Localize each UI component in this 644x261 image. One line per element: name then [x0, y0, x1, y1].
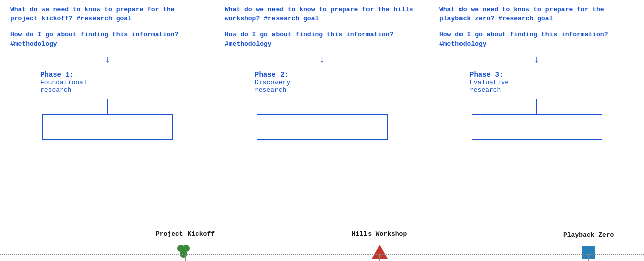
arrow-down-3: ↓	[439, 55, 634, 65]
milestone-project-kickoff: Project Kickoff	[156, 230, 215, 261]
vertical-line-2	[322, 99, 322, 114]
milestone-tick-1	[185, 254, 186, 261]
main-container: What do we need to know to prepare for t…	[0, 0, 644, 261]
column-2: What do we need to know to prepare for t…	[215, 0, 429, 221]
phase-box-3	[472, 114, 602, 140]
milestone-tick-3	[588, 254, 589, 261]
phase-label-1: Phase 1: Foundational research	[10, 71, 205, 94]
methodology-1: How do I go about finding this informati…	[10, 30, 205, 48]
research-goal-1: What do we need to know to prepare for t…	[10, 5, 205, 23]
phase-label-3: Phase 3: Evaluative research	[439, 71, 634, 94]
phase-box-wrapper-3	[472, 114, 602, 140]
methodology-3: How do I go about finding this informati…	[439, 30, 634, 48]
vertical-line-3	[536, 99, 537, 114]
phase-name-1: Foundational research	[40, 79, 205, 94]
arrow-down-2: ↓	[225, 55, 419, 65]
milestone-tick-2	[379, 254, 380, 261]
phase-name-3: Evaluative research	[470, 79, 634, 94]
research-goal-2: What do we need to know to prepare for t…	[225, 5, 419, 23]
timeline-dotted-line	[0, 254, 644, 255]
connector-3	[439, 99, 634, 140]
arrow-down-1: ↓	[10, 55, 205, 65]
connector-1	[10, 99, 205, 140]
phase-box-wrapper-2	[257, 114, 388, 140]
milestone-playback-zero: Playback Zero	[563, 231, 614, 261]
vertical-line-1	[107, 99, 108, 114]
methodology-2: How do I go about finding this informati…	[225, 30, 419, 48]
phase-name-2: Discovery research	[255, 79, 419, 94]
milestone-hills-workshop: Hills Workshop	[352, 230, 407, 261]
phase-number-1: Phase 1:	[40, 71, 205, 79]
timeline-area: Project Kickoff Hills Workshop Playback …	[0, 221, 644, 261]
column-3: What do we need to know to prepare for t…	[429, 0, 644, 221]
phase-box-wrapper-1	[42, 114, 173, 140]
columns-area: What do we need to know to prepare for t…	[0, 0, 644, 221]
phase-box-1	[42, 114, 173, 140]
phase-number-3: Phase 3:	[470, 71, 634, 79]
milestone-label-hills-workshop: Hills Workshop	[352, 230, 407, 238]
milestone-label-playback-zero: Playback Zero	[563, 231, 614, 239]
phase-box-2	[257, 114, 388, 140]
connector-2	[225, 99, 419, 140]
phase-number-2: Phase 2:	[255, 71, 419, 79]
milestone-label-project-kickoff: Project Kickoff	[156, 230, 215, 238]
research-goal-3: What do we need to know to prepare for t…	[439, 5, 634, 23]
column-1: What do we need to know to prepare for t…	[0, 0, 215, 221]
phase-label-2: Phase 2: Discovery research	[225, 71, 419, 94]
